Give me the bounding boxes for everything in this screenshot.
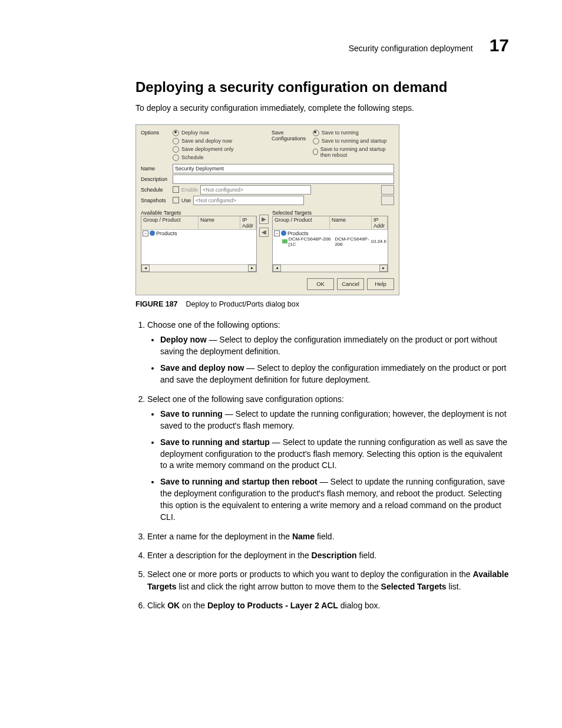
opt-schedule-label: Schedule [181,154,204,160]
intro-text: To deploy a security configuration immed… [135,103,509,114]
list-item: Save to running and startup then reboot … [160,476,509,523]
schedule-value-field[interactable]: <Not configured> [200,185,311,195]
schedule-enable-checkbox[interactable] [173,186,179,193]
globe-icon [281,230,286,236]
snapshot-use-label: Use [181,197,191,203]
list-item: Save to running — Select to update the r… [160,409,509,432]
expand-icon[interactable]: – [274,230,280,236]
list-item: Save to running and startup — Select to … [160,437,509,472]
table-row[interactable]: DCM-FCS648P-206 [1C DCM-FCS648P-206 10.2… [274,236,386,247]
list-item: Deploy now — Select to deploy the config… [160,334,509,358]
list-item: Enter a description for the deployment i… [147,549,509,561]
scroll-track[interactable] [150,265,248,271]
step-list: Choose one of the following options: Dep… [135,319,509,611]
scroll-left-button[interactable]: ◂ [273,265,281,272]
list-item: Enter a name for the deployment in the N… [147,531,509,542]
radio-save-only[interactable] [173,146,179,153]
snapshot-value-field[interactable]: <Not configured> [193,196,304,205]
table-row[interactable]: – Products [274,230,386,236]
page-header: Security configuration deployment 17 [53,35,509,55]
opt-deploy-now-label: Deploy now [181,130,209,136]
col-name: Name [199,216,240,229]
name-field[interactable]: Security Deployment [173,164,394,173]
available-targets-label: Available Targets [141,210,256,216]
radio-save-deploy-now[interactable] [173,138,179,144]
chapter-number: 17 [490,35,509,55]
figure-caption: FIGURE 187 Deploy to Product/Ports dialo… [135,300,509,308]
save-running-startup-label: Save to running and startup [322,138,387,144]
selected-targets-label: Selected Targets [272,210,387,216]
scroll-right-button[interactable]: ▸ [379,265,388,272]
col-name-2: Name [330,216,372,229]
scroll-left-button[interactable]: ◂ [141,265,150,272]
list-item: Choose one of the following options: Dep… [147,319,509,386]
opt-save-only-label: Save deployment only [181,146,234,152]
list-item: Select one of the following save configu… [147,393,509,523]
options-label: Options [141,130,173,136]
radio-save-running[interactable] [313,130,319,136]
radio-schedule[interactable] [173,154,179,161]
radio-deploy-now[interactable] [173,130,179,136]
schedule-enable-label: Enable [181,187,198,193]
figure-caption-text: Deploy to Product/Ports dialog box [186,300,299,308]
list-item: Save and deploy now — Select to deploy t… [160,363,509,386]
save-config-label: Save Configurations [272,130,309,160]
name-label: Name [141,166,173,172]
description-field[interactable] [173,174,394,184]
ok-button[interactable]: OK [307,278,334,290]
tree-products-label: Products [156,230,177,236]
schedule-label: Schedule [141,187,173,193]
expand-icon[interactable]: – [143,230,148,236]
step-text: Choose one of the following options: [147,319,509,331]
available-targets-table[interactable]: Group / Product Name IP Addr – Products [141,216,257,272]
schedule-browse-button[interactable] [381,185,394,195]
device-name-cell: DCM-FCS648P-206 [335,236,369,247]
col-group-2: Group / Product [273,216,330,229]
snapshots-label: Snapshots [141,197,173,203]
selected-targets-table[interactable]: Group / Product Name IP Addr – Products [272,216,388,272]
globe-icon [150,230,155,236]
snapshot-browse-button[interactable] [381,196,394,205]
col-ip-2: IP Addr [372,216,388,229]
tree-products-label-2: Products [287,230,309,236]
opt-save-deploy-now-label: Save and deploy now [181,138,232,144]
cancel-button[interactable]: Cancel [337,278,364,290]
table-row[interactable]: – Products [143,230,255,236]
page-heading: Deploying a security configuration on de… [135,79,509,95]
scroll-right-button[interactable]: ▸ [248,265,256,272]
list-item: Click OK on the Deploy to Products - Lay… [147,599,509,611]
description-label: Description [141,176,173,182]
scroll-track[interactable] [281,265,379,271]
figure-caption-label: FIGURE 187 [135,300,178,308]
radio-save-running-startup-reboot[interactable] [313,149,318,155]
move-right-button[interactable]: ▶ [259,215,269,224]
step-text: Select one of the following save configu… [147,393,509,405]
dialog-screenshot: Options Deploy now Save and deploy now S… [135,124,399,295]
list-item: Select one or more ports or products to … [147,568,509,592]
device-group-cell: DCM-FCS648P-206 [1C [289,236,334,247]
col-group: Group / Product [141,216,199,229]
help-button[interactable]: Help [367,278,394,290]
device-ip-cell: 10.24.6 [371,239,386,244]
figure-187: Options Deploy now Save and deploy now S… [135,124,509,308]
radio-save-running-startup[interactable] [313,138,319,144]
snapshot-use-checkbox[interactable] [173,197,179,203]
device-icon [282,239,287,243]
header-title: Security configuration deployment [349,44,473,53]
save-running-label: Save to running [322,130,359,136]
col-ip: IP Addr [240,216,256,229]
save-running-startup-reboot-label: Save to running and startup then reboot [320,146,394,158]
move-left-button[interactable]: ◀ [259,228,269,237]
